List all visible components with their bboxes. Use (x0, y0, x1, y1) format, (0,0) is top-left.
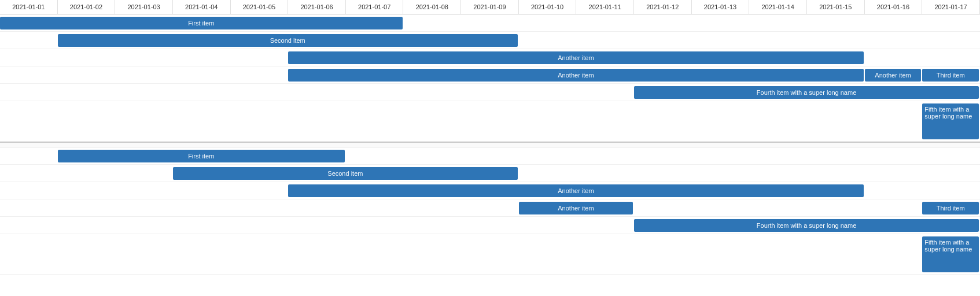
header-date-15: 2021-01-16 (865, 0, 923, 14)
gantt-bar[interactable]: Fourth item with a super long name (634, 219, 979, 232)
header-date-9: 2021-01-10 (519, 0, 577, 14)
gantt-row: Second item (0, 32, 980, 49)
header-date-6: 2021-01-07 (346, 0, 404, 14)
header-date-10: 2021-01-11 (576, 0, 634, 14)
gantt-row: Fifth item with a super long name (0, 101, 980, 142)
header-date-4: 2021-01-05 (231, 0, 289, 14)
header-date-3: 2021-01-04 (173, 0, 231, 14)
gantt-bar[interactable]: Another item (288, 51, 863, 64)
gantt-row: Another itemThird item (0, 199, 980, 217)
gantt-bar[interactable]: Fifth item with a super long name (922, 103, 979, 139)
header-date-8: 2021-01-09 (461, 0, 519, 14)
gantt-bar[interactable]: Another item (865, 69, 922, 82)
header-date-0: 2021-01-01 (0, 0, 58, 14)
header-date-13: 2021-01-14 (749, 0, 807, 14)
gantt-row: Fourth item with a super long name (0, 217, 980, 234)
gantt-row: Fifth item with a super long name (0, 234, 980, 275)
gantt-bar[interactable]: Third item (922, 69, 979, 82)
gantt-bar[interactable]: Second item (58, 34, 518, 47)
header-date-16: 2021-01-17 (922, 0, 980, 14)
header-row: 2021-01-012021-01-022021-01-032021-01-04… (0, 0, 980, 14)
gantt-container: 2021-01-012021-01-022021-01-032021-01-04… (0, 0, 980, 275)
header-date-11: 2021-01-12 (634, 0, 692, 14)
gantt-bar[interactable]: Another item (288, 184, 863, 197)
gantt-row: Second item (0, 165, 980, 182)
header-date-1: 2021-01-02 (58, 0, 116, 14)
header-date-12: 2021-01-13 (692, 0, 750, 14)
gantt-row: Another item (0, 182, 980, 199)
gantt-row: First item (0, 147, 980, 165)
gantt-bar[interactable]: Fourth item with a super long name (634, 86, 979, 99)
gantt-bar[interactable]: First item (0, 17, 403, 29)
gantt-bar[interactable]: Another item (519, 202, 633, 214)
header-date-7: 2021-01-08 (403, 0, 461, 14)
gantt-row: Another itemAnother itemThird item (0, 66, 980, 84)
header-date-2: 2021-01-03 (115, 0, 173, 14)
gantt-bar[interactable]: Second item (173, 167, 518, 180)
gantt-bar[interactable]: First item (58, 150, 345, 162)
gantt-body: First itemSecond itemAnother itemAnother… (0, 14, 980, 275)
gantt-bar[interactable]: Fifth item with a super long name (922, 236, 979, 272)
gantt-row: First item (0, 14, 980, 32)
gantt-row: Another item (0, 49, 980, 66)
gantt-bar[interactable]: Third item (922, 202, 979, 214)
header-date-5: 2021-01-06 (288, 0, 346, 14)
gantt-row: Fourth item with a super long name (0, 84, 980, 101)
header-date-14: 2021-01-15 (807, 0, 865, 14)
gantt-bar[interactable]: Another item (288, 69, 863, 82)
